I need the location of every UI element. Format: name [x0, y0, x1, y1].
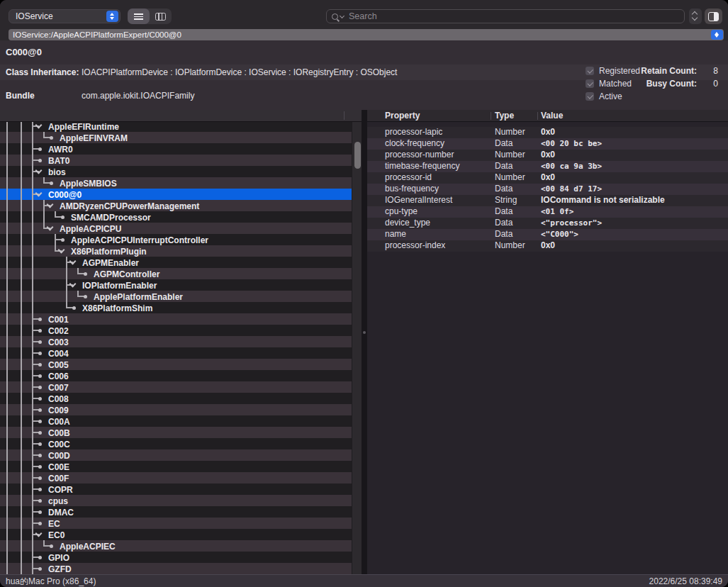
tree-row[interactable]: AWR0 — [0, 143, 352, 155]
property-rows: processor-lapicNumber0x0clock-frequencyD… — [367, 127, 728, 252]
tree-row[interactable]: cpus — [0, 495, 352, 506]
property-row[interactable]: bus-frequencyData<00 84 d7 17> — [367, 184, 728, 195]
tree-bullet-icon — [38, 488, 42, 491]
tree-row[interactable]: AppleSMBIOS — [0, 177, 352, 189]
property-value: IOCommand is not serializable — [537, 195, 728, 206]
property-row[interactable]: timebase-frequencyData<00 ca 9a 3b> — [367, 161, 728, 172]
tree-row[interactable]: C00C — [0, 438, 352, 449]
tree-row[interactable]: GZFD — [0, 563, 352, 574]
tree-node-label: AGPMEnabler — [82, 258, 139, 268]
property-type: Data — [491, 161, 537, 172]
history-stepper[interactable] — [689, 9, 702, 24]
tree-row[interactable]: C00E — [0, 461, 352, 472]
property-row[interactable]: cpu-typeData<01 0f> — [367, 206, 728, 218]
tree-row[interactable]: ApplePlatformEnabler — [0, 291, 352, 302]
machine-name-text: hua的Mac Pro (x86_64) — [6, 576, 96, 587]
property-row[interactable]: IOGeneralInterestStringIOCommand is not … — [367, 195, 728, 206]
tree-row[interactable]: BAT0 — [0, 155, 352, 166]
pane-splitter[interactable] — [362, 110, 367, 574]
tree-scrollbar-thumb[interactable] — [354, 142, 361, 169]
tree-row[interactable]: C002 — [0, 325, 352, 336]
tree-row[interactable]: AMDRyzenCPUPowerManagement — [0, 200, 352, 211]
tree-row[interactable]: AGPMEnabler — [0, 257, 352, 268]
property-type: Data — [491, 229, 537, 240]
tree-bullet-icon — [38, 363, 42, 367]
tree-row[interactable]: X86PlatformPlugin — [0, 245, 352, 257]
property-row[interactable]: processor-numberNumber0x0 — [367, 150, 728, 161]
property-name: processor-number — [367, 150, 491, 161]
tree-rows: AppleEFIRuntimeAppleEFINVRAMAWR0BAT0bios… — [0, 121, 352, 574]
column-header-property[interactable]: Property — [367, 110, 491, 121]
tree-row[interactable]: C001 — [0, 313, 352, 325]
tree-column-divider[interactable] — [344, 111, 345, 120]
tree-node-label: cpus — [48, 496, 68, 506]
list-view-segment[interactable] — [128, 9, 150, 24]
tree-row[interactable]: SMCAMDProcessor — [0, 211, 352, 223]
tree-row[interactable]: C007 — [0, 381, 352, 393]
tree-row[interactable]: AppleEFINVRAM — [0, 132, 352, 143]
class-inheritance-label: Class Inheritance: — [6, 67, 79, 77]
active-checkbox-row: Active — [586, 91, 622, 101]
property-row[interactable]: processor-indexNumber0x0 — [367, 240, 728, 252]
property-row[interactable]: processor-idNumber0x0 — [367, 172, 728, 184]
property-name: bus-frequency — [367, 184, 491, 195]
tree-row[interactable]: AppleACPICPU — [0, 223, 352, 234]
property-row[interactable]: device_typeData<"processor"> — [367, 218, 728, 229]
property-row[interactable]: nameData<"C000"> — [367, 229, 728, 240]
tree-chevron-icon — [47, 201, 54, 208]
tree-row[interactable]: AppleACPIEC — [0, 540, 352, 552]
search-chevron-icon[interactable] — [340, 13, 345, 18]
tree-row[interactable]: C006 — [0, 370, 352, 381]
tree-row[interactable]: EC — [0, 518, 352, 529]
tree-row[interactable]: EC0 — [0, 529, 352, 540]
tree-bullet-icon — [38, 329, 42, 332]
tree-row[interactable]: C00F — [0, 472, 352, 483]
path-stepper-icon[interactable] — [711, 30, 723, 40]
tree-bullet-icon — [38, 147, 42, 151]
page-title: C000@0 — [6, 47, 42, 57]
tree-row[interactable]: bios — [0, 166, 352, 177]
property-value: <"C000"> — [537, 229, 728, 240]
popup-stepper-icon — [106, 11, 118, 22]
tree-row[interactable]: AppleACPICPUInterruptController — [0, 234, 352, 245]
tree-row[interactable]: GPIO — [0, 552, 352, 563]
tree-bullet-icon — [38, 318, 42, 321]
stepper-down-icon[interactable] — [692, 15, 698, 21]
inspector-panel-button[interactable] — [705, 9, 722, 24]
column-divider[interactable] — [537, 112, 538, 120]
tree-row[interactable]: C009 — [0, 404, 352, 415]
tree-row[interactable]: COPR — [0, 483, 352, 495]
property-row[interactable]: processor-lapicNumber0x0 — [367, 127, 728, 138]
tree-row[interactable]: C00A — [0, 415, 352, 427]
tree-row[interactable]: AGPMController — [0, 268, 352, 279]
column-header-value[interactable]: Value — [537, 110, 728, 121]
tree-bullet-icon — [38, 397, 42, 401]
column-divider[interactable] — [491, 112, 491, 120]
tree-row[interactable]: X86PlatformShim — [0, 302, 352, 313]
tree-node-label: C001 — [48, 315, 69, 325]
property-row[interactable]: clock-frequencyData<00 20 bc be> — [367, 138, 728, 150]
tree-row[interactable]: C000@0 — [0, 189, 352, 200]
plane-popup-button[interactable]: IOService — [9, 9, 121, 23]
tree-row[interactable]: IOPlatformEnabler — [0, 279, 352, 291]
splitter-handle-icon[interactable] — [363, 331, 366, 334]
tree-row[interactable]: AppleEFIRuntime — [0, 121, 352, 132]
tree-row[interactable]: C008 — [0, 393, 352, 404]
tree-bullet-icon — [61, 238, 65, 242]
tree-row[interactable]: DMAC — [0, 506, 352, 518]
path-bar[interactable]: IOService:/AppleACPIPlatformExpert/C000@… — [9, 29, 724, 40]
column-header-type[interactable]: Type — [491, 110, 537, 121]
property-table-header: Property Type Value — [367, 110, 728, 122]
tree-row[interactable]: C004 — [0, 347, 352, 359]
tree-row[interactable]: C005 — [0, 359, 352, 370]
tree-node-label: C003 — [48, 337, 69, 347]
tree-node-label: C008 — [48, 394, 69, 404]
tree-row[interactable]: C003 — [0, 336, 352, 347]
column-view-segment[interactable] — [150, 9, 172, 24]
tree-node-label: C004 — [48, 349, 69, 359]
tree-row[interactable]: C00D — [0, 449, 352, 461]
search-input[interactable]: Search — [326, 9, 685, 23]
property-value: <00 ca 9a 3b> — [537, 161, 728, 172]
tree-scrollbar-track[interactable] — [352, 122, 362, 574]
tree-row[interactable]: C00B — [0, 427, 352, 438]
